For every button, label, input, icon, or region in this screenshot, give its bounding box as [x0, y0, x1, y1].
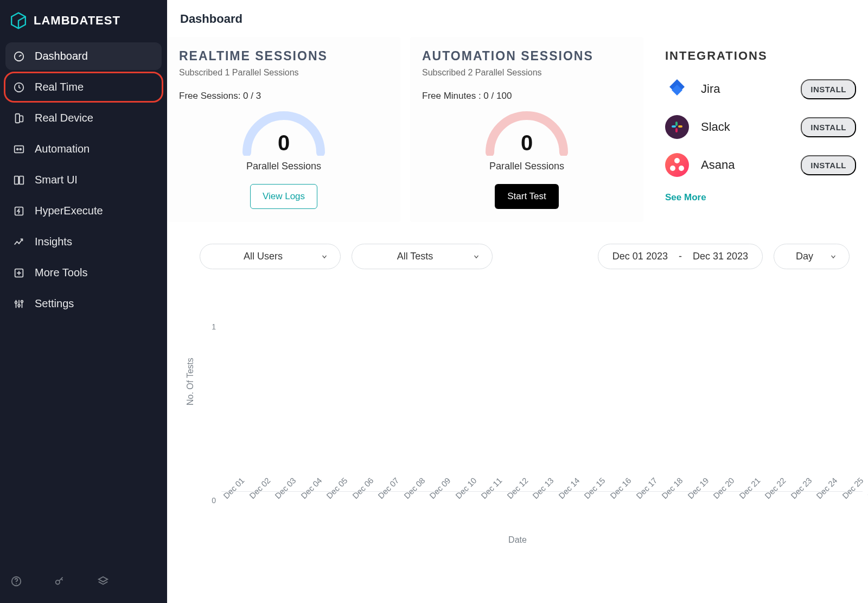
sidebar-item-insights[interactable]: Insights [5, 228, 162, 256]
automation-free-label: Free Minutes : 0 / 100 [422, 91, 631, 101]
sidebar-nav: DashboardReal TimeReal DeviceAutomationS… [5, 42, 162, 318]
page-title: Dashboard [180, 12, 855, 26]
svg-point-6 [17, 148, 18, 150]
realtime-title: REALTIME SESSIONS [179, 49, 388, 64]
date-range-picker[interactable]: Dec 01 2023 - Dec 31 2023 [598, 244, 763, 269]
sidebar-item-label: Automation [35, 143, 90, 155]
svg-rect-20 [678, 125, 682, 128]
tests-select-label: All Tests [364, 251, 466, 262]
svg-point-26 [679, 166, 684, 171]
svg-rect-8 [15, 176, 18, 184]
realtime-icon [13, 81, 25, 93]
sidebar-item-label: Real Time [35, 81, 84, 93]
sidebar-item-real-device[interactable]: Real Device [5, 104, 162, 132]
chevron-down-icon [321, 253, 328, 261]
slack-logo-icon [665, 115, 689, 139]
key-icon[interactable] [53, 575, 66, 588]
cards-row: REALTIME SESSIONS Subscribed 1 Parallel … [167, 34, 868, 222]
svg-rect-4 [20, 116, 23, 122]
realtime-gauge-label: Parallel Sessions [246, 161, 321, 172]
date-to: Dec 31 2023 [693, 251, 748, 262]
svg-point-24 [674, 158, 680, 163]
settings-icon [13, 298, 25, 310]
sidebar-item-automation[interactable]: Automation [5, 135, 162, 163]
svg-point-16 [16, 583, 17, 585]
svg-point-13 [18, 304, 20, 306]
main: Dashboard REALTIME SESSIONS Subscribed 1… [167, 0, 868, 603]
sidebar-item-more-tools[interactable]: More Tools [5, 259, 162, 287]
filters-row: All Users All Tests Dec 01 2023 - Dec 31… [167, 222, 868, 269]
sidebar-footer [5, 566, 162, 596]
integration-name: Asana [701, 158, 789, 172]
sidebar-item-label: HyperExecute [35, 205, 103, 217]
brand: LAMBDATEST [5, 7, 162, 42]
svg-point-14 [21, 300, 23, 302]
date-sep: - [679, 251, 682, 262]
jira-logo-icon [665, 77, 689, 101]
automation-gauge-label: Parallel Sessions [489, 161, 564, 172]
chevron-down-icon [473, 253, 480, 261]
svg-rect-9 [20, 176, 23, 184]
insights-icon [13, 236, 25, 248]
view-logs-button[interactable]: View Logs [250, 184, 317, 209]
sidebar-item-hyperexecute[interactable]: HyperExecute [5, 197, 162, 225]
integrations-title: INTEGRATIONS [665, 49, 856, 63]
chart-ylabel: No. Of Tests [186, 358, 195, 405]
svg-rect-21 [675, 122, 678, 126]
svg-point-7 [20, 148, 21, 150]
realdevice-icon [13, 112, 25, 124]
svg-rect-19 [672, 125, 676, 128]
realtime-gauge: 0 Parallel Sessions [179, 106, 388, 172]
sidebar-item-smart-ui[interactable]: Smart UI [5, 166, 162, 194]
stack-icon[interactable] [97, 575, 110, 588]
install-button-jira[interactable]: INSTALL [801, 79, 856, 99]
svg-point-25 [670, 166, 675, 171]
automation-sessions-card: AUTOMATION SESSIONS Subscribed 2 Paralle… [410, 37, 643, 222]
integration-row-slack: SlackINSTALL [665, 115, 856, 139]
see-more-link[interactable]: See More [665, 192, 856, 203]
integration-row-asana: AsanaINSTALL [665, 153, 856, 177]
sidebar-item-label: Smart UI [35, 174, 78, 186]
install-button-asana[interactable]: INSTALL [801, 155, 856, 175]
sidebar-item-label: Real Device [35, 112, 93, 124]
sidebar-item-label: Dashboard [35, 50, 88, 62]
start-test-button[interactable]: Start Test [495, 184, 559, 209]
svg-point-18 [665, 115, 689, 139]
realtime-subtitle: Subscribed 1 Parallel Sessions [179, 68, 388, 78]
topbar: Dashboard [167, 0, 868, 34]
install-button-slack[interactable]: INSTALL [801, 117, 856, 137]
integrations-card: INTEGRATIONS JiraINSTALLSlackINSTALLAsan… [653, 37, 868, 222]
brand-name: LAMBDATEST [34, 14, 120, 28]
chevron-down-icon [829, 253, 837, 261]
date-from: Dec 01 2023 [612, 251, 668, 262]
granularity-select[interactable]: Day [774, 244, 850, 269]
sidebar-item-label: Settings [35, 297, 74, 310]
hyperexecute-icon [13, 205, 25, 217]
sidebar-item-real-time[interactable]: Real Time [5, 73, 162, 101]
realtime-free-label: Free Sessions: 0 / 3 [179, 91, 388, 101]
svg-point-12 [15, 301, 17, 303]
sidebar: LAMBDATEST DashboardReal TimeReal Device… [0, 0, 167, 603]
chart-xlabel: Date [167, 535, 868, 545]
svg-point-23 [665, 153, 689, 177]
realtime-sessions-card: REALTIME SESSIONS Subscribed 1 Parallel … [167, 37, 400, 222]
help-icon[interactable] [10, 575, 23, 588]
integration-row-jira: JiraINSTALL [665, 77, 856, 101]
integration-name: Jira [701, 82, 789, 96]
sidebar-item-dashboard[interactable]: Dashboard [5, 42, 162, 70]
granularity-label: Day [786, 251, 823, 262]
dashboard-icon [13, 50, 25, 62]
sidebar-item-label: More Tools [35, 266, 87, 279]
users-select[interactable]: All Users [200, 244, 341, 269]
svg-rect-22 [675, 128, 678, 132]
sidebar-item-settings[interactable]: Settings [5, 290, 162, 318]
svg-point-17 [56, 580, 60, 584]
chart-y-tick: 0 [212, 496, 216, 505]
tests-select[interactable]: All Tests [352, 244, 493, 269]
asana-logo-icon [665, 153, 689, 177]
integration-name: Slack [701, 120, 789, 134]
realtime-gauge-value: 0 [278, 131, 290, 155]
automation-icon [13, 143, 25, 155]
brand-logo-icon [10, 12, 27, 29]
moretools-icon [13, 267, 25, 279]
